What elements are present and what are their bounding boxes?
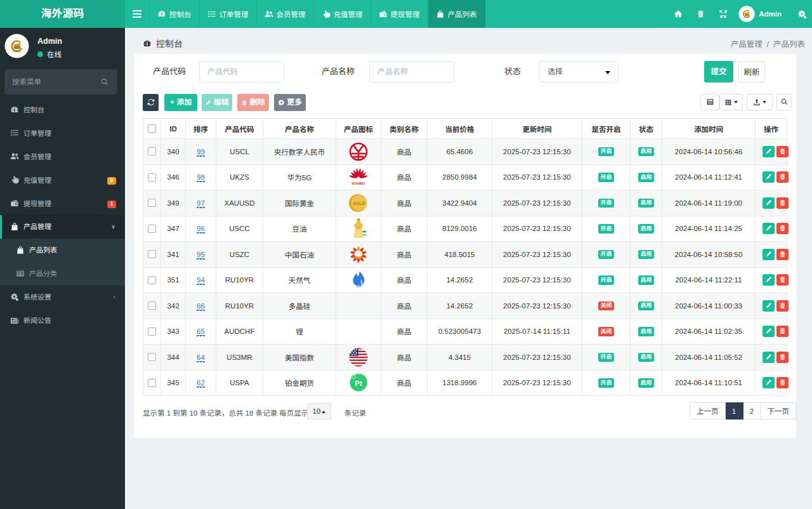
svg-text:Pt: Pt [355, 380, 362, 387]
svg-text:HUAWEI: HUAWEI [352, 182, 365, 185]
svg-text:中国黄金: 中国黄金 [13, 50, 22, 53]
svg-text:GOLD: GOLD [353, 201, 365, 206]
